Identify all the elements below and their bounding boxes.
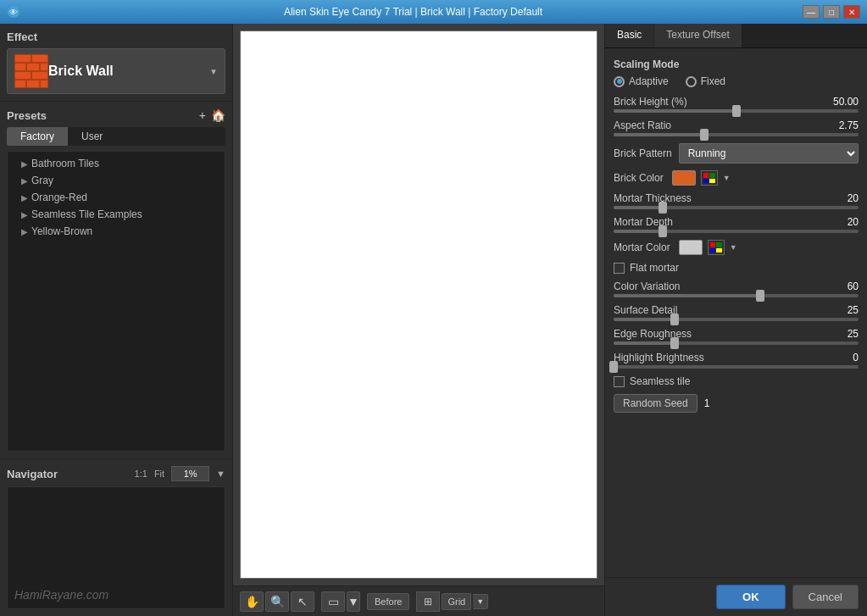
window-controls[interactable]: — □ ✕ <box>803 5 860 19</box>
aspect-ratio-section: Aspect Ratio 2.75 <box>614 119 859 136</box>
edge-roughness-slider[interactable] <box>614 341 859 345</box>
list-item[interactable]: ▶ Seamless Tile Examples <box>8 206 225 223</box>
grid-dropdown-button[interactable]: ▼ <box>473 594 488 609</box>
mortar-thickness-value: 20 <box>825 192 859 204</box>
navigator-1-1[interactable]: 1:1 <box>135 469 147 479</box>
mortar-color-grid-icon[interactable] <box>708 240 725 255</box>
list-item[interactable]: ▶ Yellow-Brown <box>8 223 225 240</box>
presets-header: Presets + 🏠 <box>7 108 225 122</box>
brick-height-value: 50.00 <box>825 96 859 108</box>
aspect-ratio-label: Aspect Ratio <box>614 119 671 131</box>
svg-rect-8 <box>15 72 31 79</box>
mortar-thickness-slider[interactable] <box>614 206 859 209</box>
list-item[interactable]: ▶ Gray <box>8 172 225 189</box>
list-item[interactable]: ▶ Bathroom Tiles <box>8 155 225 172</box>
before-button[interactable]: Before <box>367 593 409 610</box>
edge-roughness-value: 25 <box>825 328 859 340</box>
cancel-button[interactable]: Cancel <box>792 585 859 609</box>
mortar-thickness-section: Mortar Thickness 20 <box>614 192 859 209</box>
canvas-area: ✋ 🔍 ↖ ▭ ▼ Before ⊞ Grid ▼ <box>233 24 604 616</box>
left-panel: Effect Brick Wall ▼ <box>0 24 233 616</box>
navigator-zoom-dropdown-arrow[interactable]: ▼ <box>216 469 225 479</box>
brick-color-section: Brick Color ▼ <box>614 170 859 186</box>
aspect-ratio-slider[interactable] <box>614 133 859 136</box>
color-variation-slider[interactable] <box>614 294 859 297</box>
pan-tool-button[interactable]: ✋ <box>240 591 264 612</box>
aspect-ratio-value: 2.75 <box>825 119 859 131</box>
surface-detail-value: 25 <box>825 304 859 316</box>
maximize-button[interactable]: □ <box>823 5 840 19</box>
radio-adaptive[interactable]: Adaptive <box>614 75 669 87</box>
presets-label: Presets <box>7 109 47 122</box>
main-layout: Effect Brick Wall ▼ <box>0 24 867 616</box>
ok-button[interactable]: OK <box>716 585 786 609</box>
svg-rect-11 <box>27 80 39 87</box>
presets-list: ▶ Bathroom Tiles ▶ Gray ▶ Orange-Red ▶ S… <box>7 151 225 452</box>
surface-detail-label: Surface Detail <box>614 304 677 316</box>
radio-fixed-circle <box>686 76 697 87</box>
navigator-controls: 1:1 Fit ▼ <box>135 466 225 481</box>
seamless-tile-label: Seamless tile <box>630 375 690 387</box>
brick-pattern-label: Brick Pattern <box>614 147 672 159</box>
window-title: Alien Skin Eye Candy 7 Trial | Brick Wal… <box>24 6 803 18</box>
svg-rect-5 <box>15 64 25 70</box>
mortar-depth-slider[interactable] <box>614 230 859 233</box>
list-item[interactable]: ▶ Orange-Red <box>8 189 225 206</box>
minimize-button[interactable]: — <box>803 5 820 19</box>
panel-content: Scaling Mode Adaptive Fixed Brick Height… <box>605 48 867 577</box>
rect-tool-button[interactable]: ▭ <box>321 591 345 612</box>
scaling-mode-label: Scaling Mode <box>614 58 859 70</box>
brick-color-grid-icon[interactable] <box>701 170 718 186</box>
expand-arrow: ▶ <box>21 159 28 169</box>
expand-arrow: ▶ <box>21 227 28 236</box>
seamless-tile-checkbox[interactable] <box>614 376 625 387</box>
highlight-brightness-slider[interactable] <box>614 365 859 369</box>
radio-adaptive-label: Adaptive <box>629 75 669 87</box>
presets-tabs: Factory User <box>7 127 225 146</box>
expand-arrow: ▶ <box>21 210 28 219</box>
brick-color-dropdown-arrow[interactable]: ▼ <box>723 174 731 182</box>
flat-mortar-checkbox[interactable] <box>614 263 625 274</box>
flat-mortar-label: Flat mortar <box>630 262 679 274</box>
home-preset-button[interactable]: 🏠 <box>211 108 225 122</box>
mortar-color-swatch[interactable] <box>679 240 703 255</box>
color-variation-label: Color Variation <box>614 280 680 292</box>
mortar-color-dropdown-arrow[interactable]: ▼ <box>730 243 737 252</box>
navigator-fit[interactable]: Fit <box>154 469 164 479</box>
tab-factory[interactable]: Factory <box>7 127 68 146</box>
brick-color-swatch[interactable] <box>672 170 696 186</box>
effect-label: Effect <box>7 31 225 43</box>
random-seed-button[interactable]: Random Seed <box>614 394 697 413</box>
tab-texture-offset[interactable]: Texture Offset <box>654 24 742 47</box>
navigator-label: Navigator <box>7 468 58 480</box>
grid-icon-button[interactable]: ⊞ <box>416 591 440 612</box>
surface-detail-slider[interactable] <box>614 318 859 321</box>
canvas-content <box>240 31 597 579</box>
rect-dropdown-button[interactable]: ▼ <box>347 591 360 612</box>
edge-roughness-section: Edge Roughness 25 <box>614 328 859 345</box>
navigator-zoom-input[interactable] <box>171 466 209 481</box>
seamless-tile-section: Seamless tile <box>614 375 859 387</box>
color-variation-section: Color Variation 60 <box>614 280 859 297</box>
brick-height-slider[interactable] <box>614 109 859 113</box>
presets-actions: + 🏠 <box>199 108 225 122</box>
app-icon: 👁 <box>7 5 20 19</box>
tab-user[interactable]: User <box>68 127 116 146</box>
tool-group-rect: ▭ ▼ <box>321 591 360 612</box>
random-seed-value: 1 <box>704 397 710 409</box>
close-button[interactable]: ✕ <box>843 5 860 19</box>
panel-tabs: Basic Texture Offset <box>605 24 867 48</box>
radio-fixed[interactable]: Fixed <box>686 75 725 87</box>
select-tool-button[interactable]: ↖ <box>291 591 314 612</box>
radio-fixed-label: Fixed <box>701 75 725 87</box>
tab-basic[interactable]: Basic <box>605 24 654 47</box>
zoom-tool-button[interactable]: 🔍 <box>265 591 289 612</box>
grid-button[interactable]: Grid <box>442 593 471 610</box>
effect-name: Brick Wall <box>48 64 209 79</box>
brick-height-label: Brick Height (%) <box>614 96 687 108</box>
add-preset-button[interactable]: + <box>199 108 206 122</box>
effect-dropdown[interactable]: Brick Wall ▼ <box>7 48 225 94</box>
navigator-header: Navigator 1:1 Fit ▼ <box>7 466 225 481</box>
brick-pattern-select[interactable]: Running Stacked Herringbone <box>679 143 859 164</box>
flat-mortar-section: Flat mortar <box>614 262 859 274</box>
